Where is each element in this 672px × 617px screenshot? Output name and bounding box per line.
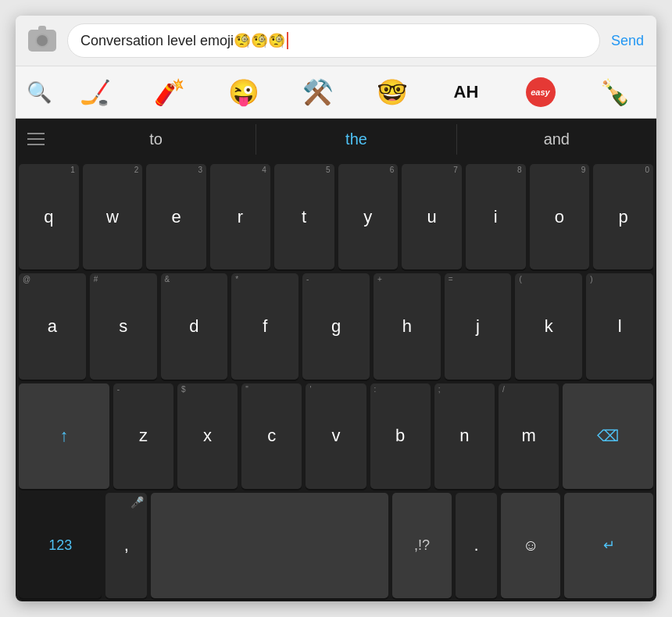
key-i[interactable]: 8i: [466, 164, 526, 269]
key-l[interactable]: )l: [586, 273, 653, 379]
key-d[interactable]: &d: [161, 273, 228, 379]
key-r[interactable]: 4r: [210, 164, 270, 269]
key-k[interactable]: (k: [515, 273, 582, 379]
emoji-bottles[interactable]: 🍾: [581, 80, 649, 105]
send-button[interactable]: Send: [608, 27, 647, 55]
prediction-the[interactable]: the: [256, 124, 456, 155]
key-z[interactable]: -z: [113, 383, 173, 489]
dot-key[interactable]: .: [456, 493, 497, 598]
emoji-nerd[interactable]: 🤓: [358, 80, 426, 105]
menu-icon[interactable]: [16, 133, 56, 145]
key-row-3: ↑ -z $x "c 'v :b ;n /m ⌫: [19, 383, 653, 489]
key-g[interactable]: -g: [302, 273, 370, 379]
emoji-easy[interactable]: easy: [506, 77, 574, 107]
message-input[interactable]: Conversation level emoji 🧐🧐🧐: [67, 23, 600, 58]
input-bar: Conversation level emoji 🧐🧐🧐 Send: [16, 16, 656, 66]
shift-key[interactable]: ↑: [19, 383, 109, 489]
num-key[interactable]: 123: [19, 493, 102, 598]
key-q[interactable]: 1q: [19, 164, 79, 269]
key-row-4: 123 🎤 , ,!? . ☺ ↵: [19, 493, 653, 598]
prediction-to[interactable]: to: [56, 124, 256, 155]
camera-icon: [28, 30, 56, 52]
input-text: Conversation level emoji 🧐🧐🧐: [80, 32, 288, 49]
enter-key[interactable]: ↵: [564, 493, 653, 598]
delete-key[interactable]: ⌫: [563, 383, 653, 489]
phone-container: Conversation level emoji 🧐🧐🧐 Send 🔍 🏒 🧨 …: [16, 16, 656, 601]
key-u[interactable]: 7u: [402, 164, 462, 269]
camera-button[interactable]: [25, 23, 59, 58]
emoji-bar: 🔍 🏒 🧨 😜 ⚒️ 🤓 AH easy 🍾: [16, 66, 656, 119]
emoji-search-icon[interactable]: 🔍: [23, 77, 55, 108]
prediction-and[interactable]: and: [457, 124, 656, 155]
key-a[interactable]: @a: [19, 273, 86, 379]
comma-key[interactable]: 🎤 ,: [105, 493, 147, 598]
key-row-2: @a #s &d *f -g +h =j (k )l: [19, 273, 653, 379]
key-h[interactable]: +h: [374, 273, 441, 379]
emoji-ah[interactable]: AH: [432, 84, 500, 101]
key-f[interactable]: *f: [231, 273, 298, 379]
key-j[interactable]: =j: [445, 273, 512, 379]
emoji-dynamite[interactable]: 🧨: [135, 80, 203, 105]
key-o[interactable]: 9o: [530, 164, 590, 269]
key-v[interactable]: 'v: [306, 383, 366, 489]
key-n[interactable]: ;n: [434, 383, 495, 489]
key-p[interactable]: 0p: [593, 164, 653, 269]
key-m[interactable]: /m: [499, 383, 559, 489]
key-c[interactable]: "c: [241, 383, 302, 489]
text-cursor: [287, 32, 288, 49]
key-t[interactable]: 5t: [274, 164, 334, 269]
emoji-hockey[interactable]: 🏒: [61, 80, 129, 105]
key-e[interactable]: 3e: [146, 164, 206, 269]
key-row-1: 1q 2w 3e 4r 5t 6y 7u 8i 9o 0p: [19, 164, 653, 269]
emoji-key[interactable]: ☺: [501, 493, 560, 598]
emoji-inline: 🧐🧐🧐: [234, 32, 285, 49]
easy-button[interactable]: easy: [526, 77, 556, 107]
emoji-anvil[interactable]: ⚒️: [284, 80, 352, 105]
key-s[interactable]: #s: [90, 273, 157, 379]
key-w[interactable]: 2w: [83, 164, 143, 269]
emoji-wink[interactable]: 😜: [209, 80, 277, 105]
prediction-bar: to the and: [16, 119, 656, 159]
key-x[interactable]: $x: [177, 383, 238, 489]
space-key[interactable]: [151, 493, 388, 598]
punct-key[interactable]: ,!?: [392, 493, 452, 598]
key-y[interactable]: 6y: [338, 164, 399, 269]
key-b[interactable]: :b: [370, 383, 431, 489]
keyboard: 1q 2w 3e 4r 5t 6y 7u 8i 9o 0p @a #s &d *…: [16, 159, 656, 601]
